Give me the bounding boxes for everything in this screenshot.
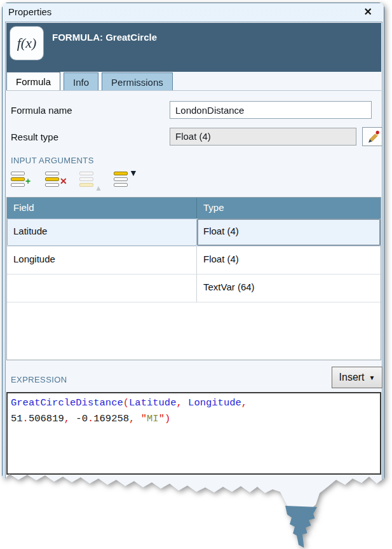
code-token: , [176,397,182,409]
expression-label: EXPRESSION [11,375,67,384]
code-token [182,397,188,409]
code-token: " [141,413,147,424]
code-token: . [88,413,93,424]
result-type-row: Result type Float (4) [11,128,378,147]
properties-window: Properties ✕ f(x) FORMULA: GreatCircle F… [2,3,384,518]
arguments-table-header: Field Type [7,198,381,219]
table-row[interactable]: LatitudeFloat (4) [7,219,381,247]
code-token: 169258 [93,413,129,424]
code-token: . [23,413,29,424]
code-token: -0 [70,413,88,424]
result-type-label: Result type [11,132,58,142]
code-token: , [64,413,70,424]
tab-permissions[interactable]: Permissions [102,72,173,91]
formula-name-input[interactable] [170,101,372,119]
code-token: GreatCircleDistance [11,397,123,409]
field-cell[interactable]: Latitude [7,219,197,246]
code-token: ( [123,397,129,409]
expression-editor[interactable]: GreatCircleDistance(Latitude, Longitude,… [6,392,381,475]
formula-header-title: FORMULA: GreatCircle [52,32,157,43]
close-icon[interactable]: ✕ [364,6,372,18]
titlebar: Properties ✕ [3,3,384,22]
code-token: Latitude [129,397,176,409]
tab-bar: FormulaInfoPermissions [6,72,176,91]
formula-name-row: Formula name [11,101,378,120]
insert-button-label: Insert [339,372,365,383]
type-cell[interactable]: Float (4) [197,219,381,246]
code-token: , [241,397,247,409]
code-token: 506819 [29,413,64,424]
type-cell[interactable]: Float (4) [197,247,381,274]
screenshot-canvas: Properties ✕ f(x) FORMULA: GreatCircle F… [0,0,392,549]
edit-result-type-button[interactable] [362,127,382,146]
argument-menu-icon[interactable]: ▼ [114,170,138,194]
formula-header-band: f(x) FORMULA: GreatCircle [6,23,381,72]
fx-icon: f(x) [10,27,43,60]
code-token: " [159,413,165,424]
field-cell[interactable] [7,274,197,302]
delete-argument-icon[interactable]: ✕ [45,170,69,194]
code-token: 51 [11,413,23,424]
window-shadow: Properties ✕ f(x) FORMULA: GreatCircle F… [2,3,392,549]
expression-header: EXPRESSION Insert ▼ [11,365,378,388]
tab-underline [6,90,381,91]
content-panel: f(x) FORMULA: GreatCircle FormulaInfoPer… [5,22,382,517]
chevron-down-icon: ▼ [369,374,375,381]
torn-edge-partial-text: ERRORS AND MESSAGES [18,489,134,501]
torn-drip-shape [285,506,317,548]
code-token: MI [147,413,159,424]
move-up-icon: ▲ [79,170,104,194]
insert-button[interactable]: Insert ▼ [332,367,382,388]
formula-name-label: Formula name [11,105,72,116]
table-row[interactable]: TextVar (64) [7,274,381,302]
arguments-table: Field Type LatitudeFloat (4)LongitudeFlo… [6,197,381,360]
add-argument-icon[interactable]: + [11,170,35,194]
argument-toolbar: +✕▲▼ [11,170,138,195]
window-title: Properties [8,6,51,17]
type-cell[interactable]: TextVar (64) [197,274,381,302]
code-token: Longitude [188,397,241,409]
tab-info[interactable]: Info [64,72,98,91]
pencil-icon [365,129,380,144]
table-row[interactable]: LongitudeFloat (4) [7,247,381,274]
code-token [135,413,140,424]
field-cell[interactable]: Longitude [7,247,197,274]
code-token: , [129,413,135,424]
code-token: ) [165,413,170,424]
column-header-field[interactable]: Field [7,198,197,219]
result-type-value: Float (4) [170,128,356,146]
column-header-type[interactable]: Type [197,198,381,219]
tab-formula[interactable]: Formula [6,72,60,91]
input-arguments-label: INPUT ARGUMENTS [11,156,94,165]
